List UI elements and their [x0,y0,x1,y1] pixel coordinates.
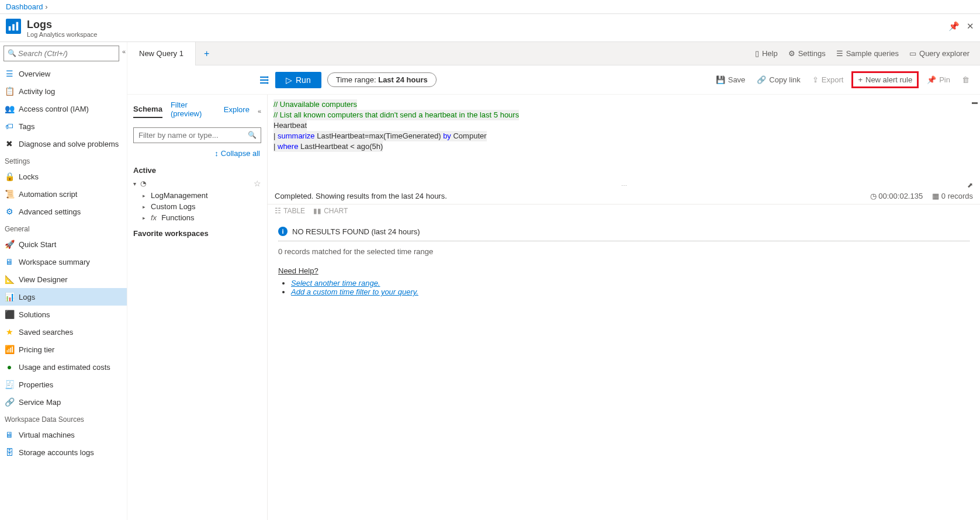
filter-icon[interactable] [260,76,269,84]
nav-workspace-summary[interactable]: 🖥Workspace summary [0,253,127,271]
nav-properties[interactable]: 🧾Properties [0,376,127,393]
sample-queries-button[interactable]: ☰Sample queries [833,47,902,60]
nav-overview[interactable]: ☰Overview [0,65,127,82]
run-button[interactable]: ▷Run [275,72,321,88]
nav-activity[interactable]: 📋Activity log [0,82,127,100]
nav-advanced[interactable]: ⚙Advanced settings [0,203,127,220]
storage-icon: 🗄 [5,448,14,457]
no-results-label: NO RESULTS FOUND (last 24 hours) [292,227,420,236]
query-editor[interactable]: // Unavailable computers // List all kno… [268,95,980,182]
schema-collapse-icon[interactable]: « [258,108,261,115]
svg-rect-2 [16,22,19,31]
sort-icon: ↕ [214,149,219,158]
nav-locks[interactable]: 🔒Locks [0,168,127,185]
designer-icon: 📐 [5,275,14,284]
chevron-right-icon: ▸ [143,204,148,210]
properties-icon: 🧾 [5,380,14,389]
plus-icon: + [858,75,863,84]
query-explorer-button[interactable]: ▭Query explorer [906,47,973,60]
nav-usage[interactable]: ●Usage and estimated costs [0,358,127,376]
leftnav-search: 🔍 « [0,42,127,65]
nav-view-designer[interactable]: 📐View Designer [0,271,127,288]
breadcrumb-root[interactable]: Dashboard [6,2,43,11]
nav-iam[interactable]: 👥Access control (IAM) [0,100,127,117]
leftnav-collapse-icon[interactable]: « [122,48,126,55]
settings-button[interactable]: ⚙Settings [785,47,829,60]
nav-service-map[interactable]: 🔗Service Map [0,393,127,411]
pin-button[interactable]: 📌Pin [923,74,954,85]
star-icon[interactable]: ☆ [254,179,261,188]
tabs-row: New Query 1 + ▯Help ⚙Settings ☰Sample qu… [127,42,980,65]
schema-workspace-node[interactable]: ▾ ◔ ☆ [127,177,267,190]
splitter[interactable]: ⋯⬈ [268,182,980,188]
fx-icon: fx [151,213,157,222]
close-icon[interactable]: ✕ [967,21,974,32]
new-alert-rule-button[interactable]: +New alert rule [851,71,919,88]
page-subtitle: Log Analytics workspace [27,31,97,38]
summary-icon: 🖥 [5,257,14,266]
svg-point-5 [267,82,269,84]
vm-icon: 🖥 [5,430,14,439]
scroll-indicator: ▬ [972,97,978,108]
help-select-time-link[interactable]: Select another time range. [291,279,380,287]
nav-automation[interactable]: 📜Automation script [0,185,127,203]
zero-records-text: 0 records matched for the selected time … [278,241,969,266]
timerange-picker[interactable]: Time range: Last 24 hours [327,72,437,87]
export-button[interactable]: ⇪Export [809,74,847,85]
svg-rect-1 [12,24,15,30]
locks-icon: 🔒 [5,172,14,181]
chevron-down-icon: ▾ [133,181,140,187]
tree-functions[interactable]: ▸fxFunctions [127,212,267,223]
delete-button[interactable]: 🗑 [958,74,973,85]
tags-icon: 🏷 [5,122,14,131]
nav-logs[interactable]: 📊Logs [0,288,127,306]
results-body: i NO RESULTS FOUND (last 24 hours) 0 rec… [268,217,980,306]
query-tab-1[interactable]: New Query 1 [127,42,196,65]
results-status: Completed. Showing results from the last… [275,192,447,200]
svg-rect-0 [9,26,11,30]
table-icon: ☷ [275,207,281,215]
explorer-icon: ▭ [909,49,916,58]
section-settings: Settings [0,152,127,168]
nav-pricing[interactable]: 📶Pricing tier [0,341,127,358]
breadcrumb[interactable]: Dashboard › [0,0,980,14]
logs-logo-icon [6,19,21,34]
new-tab-button[interactable]: + [196,48,217,59]
collapse-all-button[interactable]: ↕Collapse all [127,149,267,161]
link-icon: 🔗 [757,75,766,84]
nav-diagnose[interactable]: ✖Diagnose and solve problems [0,135,127,152]
tree-logmanagement[interactable]: ▸LogManagement [127,190,267,201]
save-button[interactable]: 💾Save [712,74,749,85]
schema-tab[interactable]: Schema [133,105,162,118]
nav-tags[interactable]: 🏷Tags [0,117,127,135]
view-tabs: ☷TABLE ▮▮CHART [268,204,980,217]
schema-filter-input[interactable] [133,127,261,143]
automation-icon: 📜 [5,189,14,199]
activity-icon: 📋 [5,86,14,96]
tree-customlogs[interactable]: ▸Custom Logs [127,201,267,212]
play-icon: ▷ [286,75,292,85]
nav-saved-searches[interactable]: ★Saved searches [0,323,127,341]
filter-tab[interactable]: Filter (preview) [171,100,216,122]
advanced-icon: ⚙ [5,207,14,216]
nav-vm[interactable]: 🖥Virtual machines [0,426,127,443]
section-general: General [0,220,127,235]
pin-icon[interactable]: 📌 [948,21,960,32]
help-custom-filter-link[interactable]: Add a custom time filter to your query. [291,287,418,296]
expand-up-icon[interactable]: ⬈ [967,181,973,189]
pin-icon-small: 📌 [927,75,936,84]
chart-view-tab[interactable]: ▮▮CHART [313,207,348,215]
section-wds: Workspace Data Sources [0,411,127,426]
workspace-icon: ◔ [140,179,150,188]
overview-icon: ☰ [5,69,14,78]
nav-solutions[interactable]: ⬛Solutions [0,306,127,323]
explore-tab[interactable]: Explore [224,105,250,117]
nav-quickstart[interactable]: 🚀Quick Start [0,235,127,253]
copy-link-button[interactable]: 🔗Copy link [753,74,804,85]
table-view-tab[interactable]: ☷TABLE [275,207,305,215]
nav-storage-logs[interactable]: 🗄Storage accounts logs [0,443,127,461]
list-icon: ☰ [836,49,843,58]
help-button[interactable]: ▯Help [752,47,781,60]
export-icon: ⇪ [812,75,819,84]
leftnav-search-input[interactable] [4,46,119,61]
